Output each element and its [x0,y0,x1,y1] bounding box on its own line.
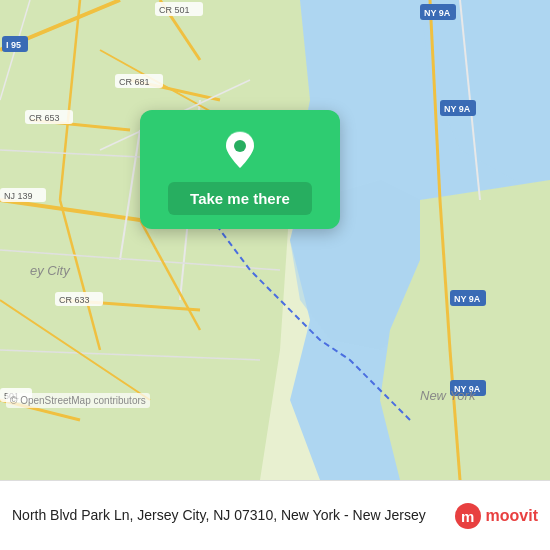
svg-text:CR 681: CR 681 [119,77,150,87]
svg-text:NY 9A: NY 9A [454,294,481,304]
svg-text:New York: New York [420,388,477,403]
map-svg: CR 501 CR 681 CR 653 NJ 139 CR 633 501 I… [0,0,550,480]
svg-point-55 [234,140,246,152]
svg-text:ey City: ey City [30,263,71,278]
moovit-logo: m moovit [454,502,538,530]
svg-text:CR 653: CR 653 [29,113,60,123]
openstreetmap-credit: © OpenStreetMap contributors [6,393,150,408]
svg-marker-4 [0,0,310,480]
svg-text:CR 501: CR 501 [159,5,190,15]
svg-text:NY 9A: NY 9A [424,8,451,18]
svg-text:NJ 139: NJ 139 [4,191,33,201]
svg-text:I 95: I 95 [6,40,21,50]
take-me-there-button[interactable]: Take me there [168,182,312,215]
moovit-icon: m [454,502,482,530]
info-bar: North Blvd Park Ln, Jersey City, NJ 0731… [0,480,550,550]
location-card: Take me there [140,110,340,229]
svg-text:NY 9A: NY 9A [444,104,471,114]
moovit-brand-text: moovit [486,507,538,525]
svg-text:m: m [461,508,474,525]
svg-text:CR 633: CR 633 [59,295,90,305]
map-container: CR 501 CR 681 CR 653 NJ 139 CR 633 501 I… [0,0,550,480]
location-pin-icon [218,128,262,172]
address-text: North Blvd Park Ln, Jersey City, NJ 0731… [12,506,444,526]
